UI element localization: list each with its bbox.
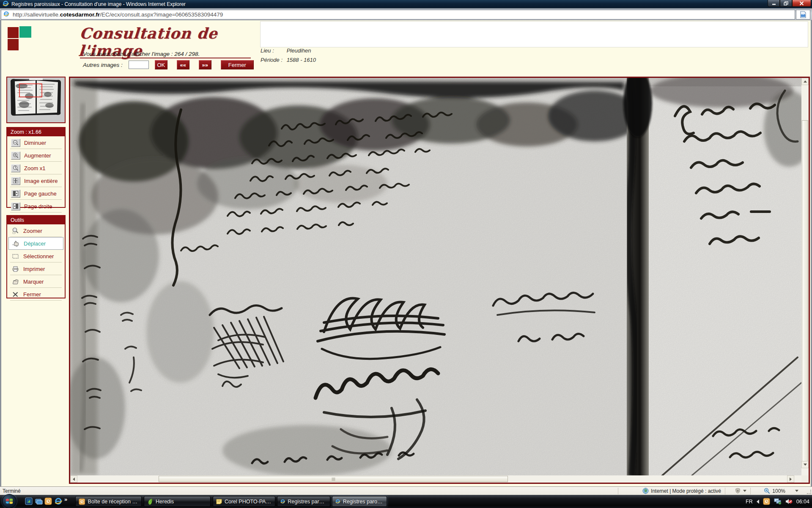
protected-mode-control[interactable]: [735, 488, 746, 494]
fermer-button[interactable]: Fermer: [221, 60, 254, 69]
horizontal-scroll-thumb[interactable]: [159, 476, 508, 482]
tool-marquer-label: Marquer: [23, 279, 44, 285]
fit-image-icon: [11, 177, 20, 185]
thumbnail-navigator[interactable]: [6, 77, 66, 123]
left-page-label: Page gauche: [24, 190, 57, 197]
fit-image-label: Image entière: [24, 178, 58, 184]
restore-button[interactable]: [780, 0, 792, 7]
manuscript-image[interactable]: [70, 78, 801, 475]
taskbar-button-heredis[interactable]: Heredis: [144, 496, 211, 507]
logo-square-red-top: [8, 27, 19, 38]
language-indicator[interactable]: FR: [746, 499, 753, 505]
tool-marquer[interactable]: Marquer: [7, 275, 65, 288]
other-images-row: Autres images : OK «« »» Fermer: [83, 60, 254, 70]
left-page-item[interactable]: Page gauche: [7, 187, 65, 200]
window-controls: [768, 0, 811, 7]
clock[interactable]: 06:04: [796, 499, 809, 505]
url-path: /EC/ecx/consult.aspx?image=0606535830944…: [100, 11, 223, 18]
zoom-in-item[interactable]: Augmenter: [7, 149, 65, 162]
tools-panel-title: Outils: [7, 216, 65, 224]
close-x-icon: [11, 290, 19, 298]
printer-icon: [11, 265, 19, 273]
image-number-input[interactable]: [129, 61, 149, 69]
empty-info-strip: [260, 21, 808, 47]
scroll-down-button[interactable]: [801, 461, 809, 468]
windows-taskbar: » Boîte de réception - ... Heredis Corel…: [0, 495, 812, 508]
lieu-label: Lieu :: [261, 47, 285, 54]
taskbar-button-registres-1[interactable]: Registres paroissiau...: [277, 496, 330, 507]
taskbar-button-registres-2-active[interactable]: Registres paroissiau...: [332, 496, 387, 507]
tool-zoomer[interactable]: Zoomer: [7, 224, 65, 237]
zoom-x1-item[interactable]: Zoom x1: [7, 162, 65, 174]
ok-button[interactable]: OK: [155, 60, 167, 69]
url-field[interactable]: http://sallevirtuelle.cotesdarmor.fr/EC/…: [1, 10, 795, 19]
status-text: Terminé: [3, 488, 21, 494]
thumbnail-image: [7, 77, 65, 122]
scroll-left-button[interactable]: [70, 475, 77, 483]
tool-deplacer-selected[interactable]: Déplacer: [8, 237, 63, 250]
right-page-icon: [11, 202, 20, 210]
vertical-scrollbar[interactable]: [801, 78, 809, 475]
ie-quicklaunch-icon[interactable]: [54, 497, 63, 505]
vertical-scroll-thumb[interactable]: [802, 120, 808, 463]
minimize-button[interactable]: [768, 0, 780, 7]
zoom-panel-title: Zoom : x1.66: [7, 128, 65, 136]
zoom-out-item[interactable]: Diminuer: [7, 136, 65, 149]
globe-icon: [642, 488, 649, 494]
taskbar-button-label: Corel PHOTO-PAIN...: [225, 499, 272, 505]
taskbar-button-label: Boîte de réception - ...: [88, 499, 138, 505]
right-page-label: Page droite: [24, 203, 52, 210]
fit-image-item[interactable]: Image entière: [7, 174, 65, 187]
periode-label: Période :: [261, 57, 285, 63]
periode-value: 1588 - 1610: [287, 57, 316, 63]
next-image-button[interactable]: »»: [199, 60, 211, 69]
zoom-out-icon: [11, 139, 20, 147]
scroll-up-button[interactable]: [801, 78, 809, 85]
scroll-right-button[interactable]: [787, 475, 794, 483]
security-zone-text: Internet | Mode protégé : activé: [651, 488, 721, 494]
security-zone: Internet | Mode protégé : activé: [642, 488, 721, 494]
browser-statusbar: Terminé Internet | Mode protégé : activé: [0, 486, 812, 495]
zoom-control[interactable]: 100%: [764, 488, 798, 494]
resize-grip[interactable]: [806, 489, 811, 494]
switch-windows-icon[interactable]: [35, 497, 43, 505]
right-page-item[interactable]: Page droite: [7, 200, 65, 213]
tool-imprimer-label: Imprimer: [23, 266, 45, 272]
compatibility-view-button[interactable]: [796, 10, 810, 19]
bookmark-icon: [11, 278, 19, 286]
zoom-1-icon: [11, 164, 20, 172]
tools-panel: Outils Zoomer Déplacer Sélectionner: [6, 215, 66, 298]
taskbar-button-corel[interactable]: Corel PHOTO-PAIN...: [213, 496, 275, 507]
taskbar-button-label: Registres paroissiau...: [343, 499, 384, 505]
tool-fermer[interactable]: Fermer: [7, 288, 65, 301]
logo-square-green: [19, 26, 31, 38]
quicklaunch-overflow-chevron[interactable]: »: [64, 496, 67, 502]
url-domain: cotesdarmor.fr: [60, 11, 100, 18]
show-desktop-icon[interactable]: [25, 497, 33, 505]
tray-expand-arrow-icon[interactable]: [757, 500, 759, 504]
ie-favicon: [3, 0, 9, 8]
start-button[interactable]: [2, 494, 16, 508]
lieu-row: Lieu : Pleudihen: [261, 47, 311, 54]
taskbar-button-mail[interactable]: Boîte de réception - ...: [75, 496, 142, 507]
tool-imprimer[interactable]: Imprimer: [7, 262, 65, 275]
address-bar: http://sallevirtuelle.cotesdarmor.fr/EC/…: [0, 8, 812, 20]
close-button[interactable]: [792, 0, 811, 7]
zoom-in-label: Augmenter: [24, 152, 51, 159]
zoom-level-text: 100%: [772, 488, 785, 494]
ie-icon: [335, 498, 340, 505]
ie-page-favicon: [3, 11, 9, 18]
shield-lock-icon: [735, 488, 741, 494]
previous-image-button[interactable]: ««: [177, 60, 189, 69]
tool-selectionner[interactable]: Sélectionner: [7, 250, 65, 262]
tray-outlook-icon[interactable]: [763, 498, 770, 505]
network-icon[interactable]: [774, 498, 782, 505]
horizontal-scrollbar[interactable]: [70, 475, 801, 483]
outlook-quicklaunch-icon[interactable]: [44, 497, 52, 505]
window-titlebar[interactable]: Registres paroissiaux - Consultation d'u…: [0, 0, 812, 8]
volume-muted-icon[interactable]: [785, 498, 793, 505]
page-icon: [800, 11, 807, 18]
tool-deplacer-label: Déplacer: [24, 240, 46, 247]
magnifier-icon: [11, 227, 19, 235]
windows-logo-icon: [5, 497, 14, 505]
